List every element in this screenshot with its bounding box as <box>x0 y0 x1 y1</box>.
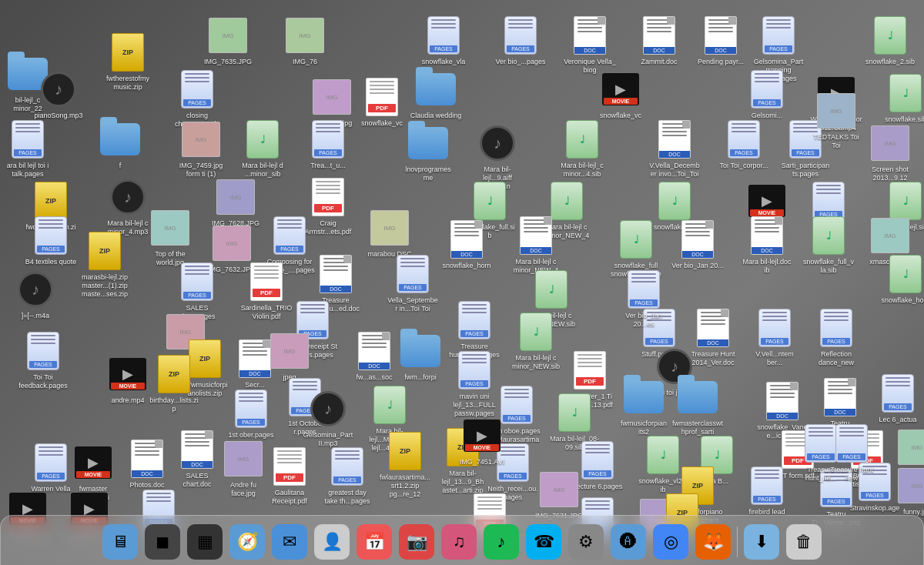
dock-item-dock11[interactable]: ☎ <box>524 522 564 562</box>
desktop-icon-icon98[interactable]: PDFGaulitana Receipt.pdf <box>262 446 317 506</box>
icon-label: V.Vella_December invo...Toi_Toi <box>647 161 702 179</box>
desktop-icon-icon24[interactable]: ♩Mara bil-lejl d ...minor_sib <box>235 119 290 179</box>
desktop-icon-icon88[interactable]: fwmusicforpian its2 <box>616 377 671 437</box>
desktop-icon-icon2[interactable]: ZIPfwtherestofmy music.zip <box>100 32 156 92</box>
dock-item-dock1[interactable]: 🖥 <box>100 522 140 562</box>
icon-label: IMG_7451.AVI <box>458 457 506 467</box>
desktop-icon-icon26[interactable]: lnovprogrames me <box>400 123 456 183</box>
desktop-icon-icon30[interactable]: PAGESToi Toi_corpor... <box>716 119 772 171</box>
desktop-icon-icon76[interactable]: fwm...forpi <box>393 331 448 383</box>
icon-label: Toi Toi_corpor... <box>718 161 770 171</box>
desktop-icon-icon53[interactable]: DOCMara bil-lejl.doc ib <box>739 216 795 276</box>
desktop-icon-icon18[interactable]: PDFsnowflake_vc <box>354 77 410 129</box>
dock-item-dock16[interactable]: ⬇ <box>742 522 782 562</box>
desktop-icon-icon56[interactable]: ♪]=[--.m4a <box>8 269 63 321</box>
icon-label: fwlaurasartima...srt1.2.zip pg...re_12 <box>377 473 433 499</box>
icon-label: birthday...lists.zip <box>146 396 202 414</box>
dock-item-dock8[interactable]: 📷 <box>397 522 437 562</box>
desktop-icon-icon20[interactable]: ♩snowflake.sib <box>878 73 924 125</box>
desktop-icon-icon48[interactable]: IMGmarabou DSC <box>362 208 417 259</box>
icon-label: Sarti_participan ts.pages <box>778 161 833 179</box>
desktop-icon-icon28[interactable]: ♩Mara bil-lejl_c minor...4.sib <box>554 119 610 179</box>
dock-item-dock7[interactable]: 📅 <box>354 522 394 562</box>
icon-label: Vella_September in...Toi Toi <box>385 296 440 314</box>
icon-label: snowflake_2.sib <box>864 57 916 67</box>
icon-label: Ver bio_...pages <box>494 57 547 67</box>
dock-item-dock3[interactable]: ▦ <box>185 522 225 562</box>
desktop-icon-icon45[interactable]: ZIPmarasbi-lejl.zip master...(1).zip mas… <box>77 231 132 299</box>
desktop-icon-icon8[interactable]: DOCZammit.doc <box>631 15 687 67</box>
desktop-icon-icon54[interactable]: ♩snowflake_full_vla.sib <box>801 216 856 276</box>
desktop-icon-icon7[interactable]: DOCVeronique Vella_ biog <box>562 15 618 75</box>
desktop-icon-icon60[interactable]: PAGESVella_September in...Toi Toi <box>385 254 440 314</box>
desktop-icon-icon29[interactable]: DOCV.Vella_December invo...Toi_Toi <box>647 119 702 179</box>
desktop-icon-icon83[interactable]: PAGES1st ober.pages <box>223 389 279 440</box>
icon-label: andre.mp4 <box>109 396 146 406</box>
dock-item-dock13[interactable]: 🅐 <box>608 522 648 562</box>
desktop-icon-icon81[interactable]: ZIPbirthday...lists.zip <box>146 354 202 414</box>
icon-label: Treasure hunt new <box>824 465 879 483</box>
desktop-icon-icon23[interactable]: IMGIMG_7459.jpg form ti (1) <box>173 119 229 179</box>
desktop-icon-icon6[interactable]: PAGESVer bio_...pages <box>493 15 548 67</box>
desktop-icon-icon22[interactable]: f <box>92 119 148 171</box>
dock-item-dock10[interactable]: ♪ <box>481 522 521 562</box>
desktop-icon-icon5[interactable]: PAGESsnowflake_vla <box>416 15 471 67</box>
dock-item-dock6[interactable]: 👤 <box>312 522 352 562</box>
dock-item-dock2[interactable]: ◼ <box>142 522 182 562</box>
desktop-icon-icon124[interactable]: PAGESVer bio_Jan 20...es <box>616 269 671 329</box>
desktop-icon-icon44[interactable]: IMGTop of the world.jpg <box>142 208 198 268</box>
desktop-icon-icon49[interactable]: DOCsnowflake_horn <box>439 219 494 271</box>
dock-item-dock5[interactable]: ✉ <box>270 522 310 562</box>
desktop-icon-icon50[interactable]: DOCMara bil-lejl c minor_NEW_4 <box>508 216 564 276</box>
desktop-icon-icon62[interactable]: ♩snowflake_horn <box>878 254 924 306</box>
icon-label: Toi Toi feedback.pages <box>15 373 71 391</box>
icon-label: fwm...forpi <box>403 373 438 383</box>
desktop-icon-icon15[interactable]: ▶MOVIEsnowflake_vc <box>593 69 648 121</box>
desktop-icon-icon71[interactable]: PAGESToi Toi feedback.pages <box>15 331 71 391</box>
dock-item-dock17[interactable]: 🗑 <box>784 522 824 562</box>
icon-label: Stravinskop.age <box>849 503 902 513</box>
icon-label: ]=[--.m4a <box>20 311 51 321</box>
desktop-icon-icon92[interactable]: PAGESLec 6_actua <box>870 373 924 425</box>
desktop-icon-icon14[interactable]: Claudia wedding <box>408 69 464 121</box>
dock-item-dock15[interactable]: 🦊 <box>693 522 733 562</box>
desktop-icon-icon103[interactable]: ▶MOVIEIMG_7451.AVI <box>454 416 510 467</box>
icon-label: Zammit.doc <box>639 57 678 67</box>
dock-item-dock9[interactable]: ♫ <box>439 522 479 562</box>
icon-label: Mara bil-lejl_13...9_Bh astet...arti.zip <box>435 469 490 495</box>
icon-label: IMG_7635.JPG <box>203 57 253 67</box>
desktop-icon-icon74[interactable]: IMGjpeg <box>262 331 317 383</box>
desktop-icon-icon126[interactable]: IMGTEDTALKS Toi Toi <box>808 91 864 151</box>
icon-label: fwtherestofmy music.zip <box>100 74 156 92</box>
desktop-icon-icon21[interactable]: PAGESara bil lejl toi i talk.pages <box>0 119 55 179</box>
desktop: bil-lejl_c minor_22ZIPfwtherestofmy musi… <box>0 0 924 565</box>
desktop-icon-icon11[interactable]: ♩snowflake_2.sib <box>862 15 918 67</box>
desktop-icon-icon3[interactable]: IMGIMG_7635.JPG <box>200 15 256 67</box>
desktop-icon-icon84[interactable]: ♪Gelsomina_Part II.mp3 <box>300 389 356 449</box>
desktop-icon-icon89[interactable]: fwmasterclasswthprof_sarti <box>670 377 725 437</box>
desktop-icon-icon66[interactable]: ♩Mara bil-lejl c minor_NEW.sib <box>508 312 564 372</box>
desktop-icon-icon4[interactable]: IMGIMG_76 <box>277 15 333 67</box>
desktop-icon-icon25[interactable]: PAGESTrea...t_u... <box>300 119 356 171</box>
desktop-icon-icon43[interactable]: PAGESB4 textiles quote <box>23 216 79 267</box>
icon-label: snowflake_vla <box>420 57 467 67</box>
icon-label: Mara bil-lejl_c minor...4.sib <box>554 161 610 179</box>
desktop-icon-icon12[interactable]: ♪pianoSong.mp3 <box>31 69 86 121</box>
desktop-icon-icon70[interactable]: PAGESReflection dance_new <box>808 308 864 368</box>
icon-label: Trea...t_u... <box>309 161 347 171</box>
desktop-icon-icon16[interactable]: PAGESGelsomi... <box>739 69 795 121</box>
desktop-icon-icon125[interactable]: PAGESTreasure hunt new <box>824 423 879 483</box>
dock-item-dock14[interactable]: ◎ <box>651 522 691 562</box>
desktop-icon-icon96[interactable]: DOCPhotos.doc <box>119 439 175 490</box>
desktop-icon-icon9[interactable]: DOCPending payr... <box>693 15 748 67</box>
desktop-icon-icon100[interactable]: ZIPfwlaurasartima...srt1.2.zip pg...re_1… <box>377 431 433 499</box>
desktop-icon-icon99[interactable]: PAGESgreatest day take th...pages <box>320 446 375 506</box>
dock-item-dock4[interactable]: 🧭 <box>227 522 267 562</box>
dock-item-dock12[interactable]: ⚙ <box>566 522 606 562</box>
icon-label: Mara bil-lejl.doc ib <box>739 257 795 276</box>
desktop-icon-icon32[interactable]: IMGScreen shot 2013...9.12 <box>862 123 918 183</box>
desktop-icon-icon112[interactable]: PAGESfirebird lead <box>739 466 795 517</box>
desktop-icon-icon52[interactable]: DOCVer bio_Jan 20... <box>670 219 725 271</box>
dock-divider <box>737 527 738 557</box>
desktop-icon-icon69[interactable]: PAGESV.Vell...ntem ber... <box>747 308 802 368</box>
